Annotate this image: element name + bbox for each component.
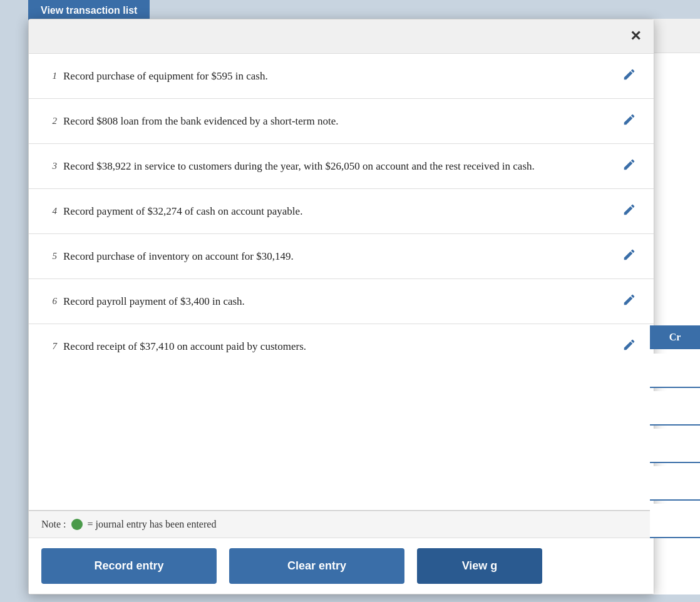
cr-input-5[interactable]: [650, 504, 700, 538]
cr-label: Cr: [650, 325, 700, 349]
note-description: = journal entry has been entered: [88, 519, 217, 530]
side-panel-header: [651, 19, 700, 53]
transaction-row: 1Record purchase of equipment for $595 i…: [29, 54, 654, 99]
cr-input-4[interactable]: [650, 466, 700, 501]
row-text: Record receipt of $37,410 on account pai…: [63, 339, 611, 355]
transaction-row: 6Record payroll payment of $3,400 in cas…: [29, 279, 654, 324]
transaction-row: 5Record purchase of inventory on account…: [29, 234, 654, 279]
edit-button[interactable]: [617, 335, 641, 357]
clear-entry-button[interactable]: Clear entry: [229, 548, 404, 584]
row-text: Record purchase of equipment for $595 in…: [63, 68, 611, 84]
transaction-row: 4Record payment of $32,274 of cash on ac…: [29, 189, 654, 234]
modal-footer: Record entry Clear entry View g: [29, 538, 654, 594]
green-circle-icon: [71, 519, 83, 530]
modal-body: 1Record purchase of equipment for $595 i…: [29, 54, 654, 538]
page-background: View transaction list Cr ✕ 1Record purch…: [0, 0, 700, 602]
edit-button[interactable]: [617, 200, 641, 222]
transaction-list: 1Record purchase of equipment for $595 i…: [29, 54, 654, 511]
row-number: 5: [41, 251, 57, 262]
edit-button[interactable]: [617, 290, 641, 312]
edit-button[interactable]: [617, 110, 641, 132]
row-text: Record payroll payment of $3,400 in cash…: [63, 293, 611, 310]
row-number: 4: [41, 206, 57, 217]
row-number: 6: [41, 296, 57, 307]
transaction-row: 7Record receipt of $37,410 on account pa…: [29, 324, 654, 369]
edit-button[interactable]: [617, 65, 641, 87]
row-text: Record $808 loan from the bank evidenced…: [63, 113, 611, 130]
close-button[interactable]: ✕: [630, 29, 641, 43]
row-number: 2: [41, 116, 57, 126]
transaction-row: 2Record $808 loan from the bank evidence…: [29, 99, 654, 144]
record-entry-button[interactable]: Record entry: [41, 548, 217, 584]
view-g-button[interactable]: View g: [417, 548, 542, 584]
row-text: Record payment of $32,274 of cash on acc…: [63, 203, 611, 220]
row-number: 1: [41, 71, 57, 81]
cr-input-3[interactable]: [650, 429, 700, 463]
row-text: Record $38,922 in service to customers d…: [63, 158, 611, 175]
row-number: 3: [41, 161, 57, 171]
edit-button[interactable]: [617, 245, 641, 267]
modal-header: ✕: [29, 19, 654, 54]
row-text: Record purchase of inventory on account …: [63, 248, 611, 265]
edit-button[interactable]: [617, 155, 641, 177]
transaction-row: 3Record $38,922 in service to customers …: [29, 144, 654, 189]
transaction-modal: ✕ 1Record purchase of equipment for $595…: [28, 19, 654, 594]
row-number: 7: [41, 341, 57, 352]
note-bar: Note : = journal entry has been entered: [29, 511, 654, 538]
cr-input-2[interactable]: [650, 391, 700, 426]
view-transaction-button[interactable]: View transaction list: [28, 0, 150, 21]
cr-input-1[interactable]: [650, 354, 700, 388]
note-label: Note :: [41, 519, 66, 530]
